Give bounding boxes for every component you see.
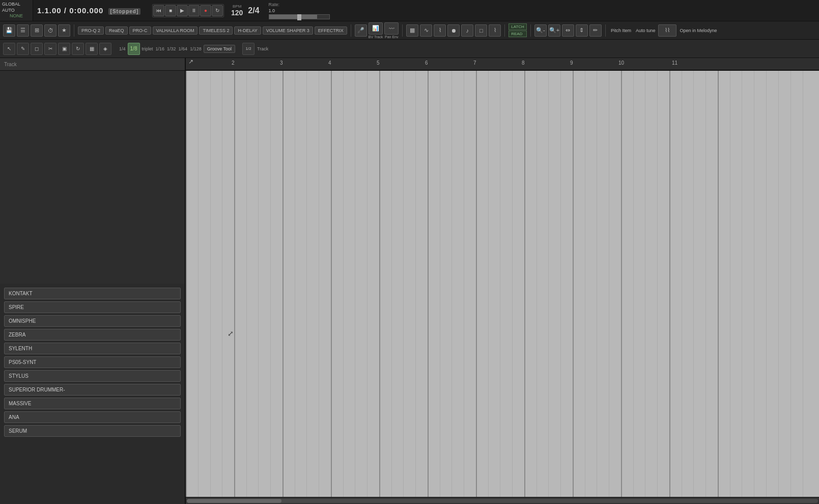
ruler-mark-8: 8 bbox=[522, 60, 525, 66]
grid-minor-9-3 bbox=[609, 71, 609, 497]
rate-value: 1.0 bbox=[269, 8, 330, 13]
rate-area: Rate: 1.0 bbox=[269, 2, 330, 19]
declick-tool-icon[interactable]: ◈ bbox=[99, 43, 111, 55]
grid-minor-7-3 bbox=[512, 71, 513, 497]
loop-tool-icon[interactable]: ↻ bbox=[72, 43, 84, 55]
global-auto-section[interactable]: GLOBAL AUTO NONE bbox=[0, 0, 33, 21]
grid-minor-5-1 bbox=[391, 71, 392, 497]
groove-tool-button[interactable]: Groove Tool bbox=[204, 45, 235, 53]
wave2-icon[interactable]: ⌇ bbox=[434, 24, 446, 37]
grid-icon[interactable]: ⊞ bbox=[31, 24, 43, 37]
stop-button[interactable]: ■ bbox=[165, 5, 176, 16]
instrument-ps05synt[interactable]: PS05-SYNT bbox=[4, 356, 181, 368]
record-button[interactable]: ● bbox=[200, 5, 211, 16]
grid-minor-3-3 bbox=[319, 71, 319, 497]
zoom-h-icon[interactable]: ⇔ bbox=[562, 24, 574, 37]
grid-minor-10-3 bbox=[657, 71, 658, 497]
grid-minor-7-1 bbox=[488, 71, 489, 497]
draw-tool-icon[interactable]: ✎ bbox=[17, 43, 29, 55]
effectrix-button[interactable]: EFFECTRIX bbox=[315, 26, 347, 35]
comp-icon[interactable]: ▦ bbox=[406, 24, 418, 37]
wave3-icon[interactable]: ⌇ bbox=[489, 24, 501, 37]
bpm-display[interactable]: BPM 120 bbox=[231, 4, 243, 17]
latch-button[interactable]: LATCH bbox=[509, 23, 527, 30]
record2-icon[interactable]: ⏺ bbox=[447, 24, 460, 37]
half-note-icon[interactable]: 1/2 bbox=[242, 43, 255, 55]
left-panel: Track KONTAKT SPIRE OMNISPHE ZEBRA SYLEN… bbox=[0, 58, 186, 504]
grid-major-5 bbox=[379, 71, 380, 497]
scrollbar-thumb[interactable] bbox=[187, 499, 281, 503]
play-button[interactable]: ▶ bbox=[177, 5, 188, 16]
clock-icon[interactable]: ⏱ bbox=[44, 24, 57, 37]
grid-minor-8-1 bbox=[536, 71, 537, 497]
q-1-4-label: 1/4 bbox=[119, 46, 126, 51]
instrument-sylenth[interactable]: SYLENTH bbox=[4, 343, 181, 354]
grid-minor-10-1 bbox=[633, 71, 634, 497]
valhalla-button[interactable]: VALHALLA ROOM bbox=[153, 26, 198, 35]
timeline-ruler: ↗ 2 3 4 5 6 7 8 9 10 11 bbox=[186, 58, 819, 71]
erase-tool-icon[interactable]: ◻ bbox=[31, 43, 43, 55]
grid-major-10 bbox=[621, 71, 622, 497]
go-start-button[interactable]: ⏮ bbox=[153, 5, 164, 16]
instrument-ana[interactable]: ANA bbox=[4, 411, 181, 423]
read-button[interactable]: READ bbox=[509, 31, 527, 37]
instrument-massive[interactable]: MASSIVE bbox=[4, 398, 181, 409]
instrument-serum[interactable]: SERUM bbox=[4, 425, 181, 437]
bpm-label: BPM bbox=[233, 4, 241, 9]
zoom-v-icon[interactable]: ⇕ bbox=[576, 24, 588, 37]
grid-minor-1-2 bbox=[210, 71, 211, 497]
loop-button[interactable]: ↻ bbox=[212, 5, 223, 16]
pause-button[interactable]: ⏸ bbox=[188, 5, 200, 16]
separator5 bbox=[530, 24, 531, 37]
rate-label: Rate: bbox=[269, 2, 330, 7]
wave-icon[interactable]: ∿ bbox=[420, 24, 432, 37]
instrument-spire[interactable]: SPIRE bbox=[4, 301, 181, 313]
q-1-8-button[interactable]: 1/8 bbox=[128, 43, 140, 55]
reaeq-button[interactable]: ReaEQ bbox=[105, 26, 128, 35]
glue-tool-icon[interactable]: ▣ bbox=[58, 43, 70, 55]
proc-button[interactable]: PRO-C bbox=[129, 26, 151, 35]
instrument-superior-drummer[interactable]: SUPERIOR DRUMMER- bbox=[4, 384, 181, 396]
grid-minor-9-2 bbox=[597, 71, 597, 497]
grid-minor-2-3 bbox=[270, 71, 271, 497]
grid-major-11 bbox=[669, 71, 670, 497]
zoom-in-icon[interactable]: 🔍+ bbox=[548, 24, 560, 37]
hdelay-button[interactable]: H-DELAY bbox=[234, 26, 261, 35]
rate-bar[interactable] bbox=[269, 14, 330, 19]
list-icon[interactable]: ☰ bbox=[17, 24, 29, 37]
grid-area[interactable]: ⤢ bbox=[186, 71, 819, 497]
zoom-out-icon[interactable]: 🔍- bbox=[534, 24, 547, 37]
bpm-value: 120 bbox=[231, 9, 243, 17]
proq2-button[interactable]: PRO-Q 2 bbox=[78, 26, 104, 35]
instrument-zebra[interactable]: ZEBRA bbox=[4, 329, 181, 341]
tune-graph-icon[interactable]: ⌇⌇ bbox=[658, 24, 676, 37]
horizontal-scrollbar[interactable] bbox=[186, 497, 819, 504]
q-triplet-label: triplet bbox=[142, 46, 153, 51]
grid-major-4 bbox=[331, 71, 332, 497]
scrollbar-track[interactable] bbox=[187, 499, 818, 503]
box-icon[interactable]: □ bbox=[475, 24, 487, 37]
microphone-icon[interactable]: 🎤 bbox=[355, 24, 367, 37]
save-icon[interactable]: 💾 bbox=[3, 24, 15, 37]
grid-minor-13-0 bbox=[766, 71, 767, 497]
bv-track-icon[interactable]: 📊 bbox=[369, 22, 383, 35]
timeless-button[interactable]: TIMELESS 2 bbox=[199, 26, 233, 35]
instrument-kontakt[interactable]: KONTAKT bbox=[4, 288, 181, 299]
volumeshaper-button[interactable]: VOLUME SHAPER 3 bbox=[263, 26, 313, 35]
pan-env-icon[interactable]: 〰 bbox=[384, 22, 399, 35]
instrument-omnisphe[interactable]: OMNISPHE bbox=[4, 315, 181, 327]
brush-tool-icon[interactable]: ▦ bbox=[86, 43, 98, 55]
cursor-pointer: ⤢ bbox=[228, 329, 236, 338]
select-tool-icon[interactable]: ↖ bbox=[3, 43, 15, 55]
time-signature[interactable]: 2/4 bbox=[248, 6, 259, 15]
ruler-mark-3: 3 bbox=[280, 60, 283, 66]
grid-minor-4-1 bbox=[343, 71, 344, 497]
cut-tool-icon[interactable]: ✂ bbox=[44, 43, 57, 55]
instrument-stylus[interactable]: STYLUS bbox=[4, 370, 181, 382]
bv-track-group: 📊 BV Track bbox=[369, 22, 383, 39]
main-content: Track KONTAKT SPIRE OMNISPHE ZEBRA SYLEN… bbox=[0, 58, 819, 504]
note-icon[interactable]: ♪ bbox=[461, 24, 473, 37]
pen-icon[interactable]: ✏ bbox=[589, 24, 602, 37]
grid-minor-11-3 bbox=[705, 71, 706, 497]
star-icon[interactable]: ★ bbox=[58, 24, 70, 37]
